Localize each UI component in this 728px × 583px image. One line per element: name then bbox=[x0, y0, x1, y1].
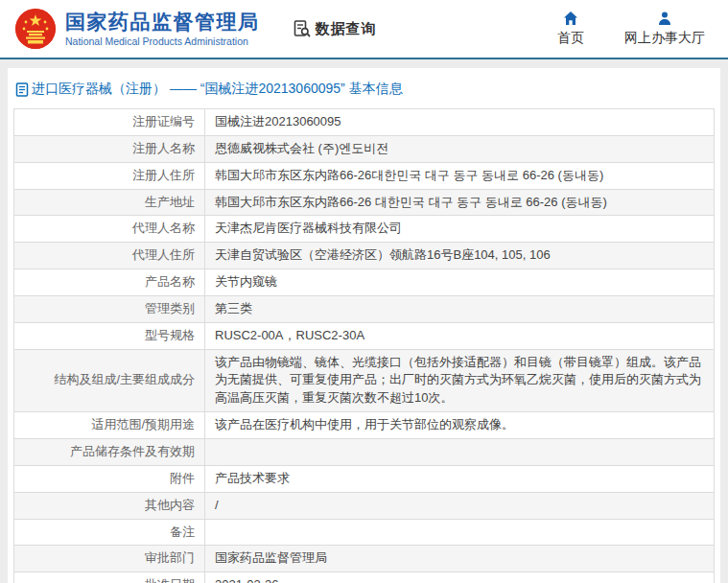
row-value: 该产品由物镜端、镜体、光缆接口（包括外接适配器）和目镜（带目镜罩）组成。该产品为… bbox=[205, 349, 715, 412]
content-panel: 进口医疗器械（注册） —— “国械注进20213060095” 基本信息 注册证… bbox=[8, 68, 720, 583]
registration-info-table: 注册证编号国械注进20213060095注册人名称恩德威视株式会社 (주)엔도비… bbox=[13, 108, 715, 583]
row-label: 管理类别 bbox=[14, 295, 205, 322]
site-title: 国家药品监督管理局 bbox=[65, 11, 260, 34]
row-value bbox=[205, 438, 715, 465]
home-icon bbox=[563, 11, 578, 26]
data-query-label: 数据查询 bbox=[316, 20, 377, 38]
table-row: 代理人住所天津自贸试验区（空港经济区）领航路16号B座104, 105, 106 bbox=[14, 243, 715, 269]
page-title: 进口医疗器械（注册） —— “国械注进20213060095” 基本信息 bbox=[32, 81, 403, 98]
nav-item-label: 首页 bbox=[557, 30, 584, 47]
row-value bbox=[205, 519, 715, 546]
table-row: 结构及组成/主要组成成分该产品由物镜端、镜体、光缆接口（包括外接适配器）和目镜（… bbox=[14, 349, 715, 412]
row-value: 韩国大邱市东区东内路66-26대한민국 대구 동구 동내로 66-26 (동내동… bbox=[205, 162, 715, 189]
table-row: 注册人名称恩德威视株式会社 (주)엔도비전 bbox=[14, 135, 715, 162]
table-row: 代理人名称天津杰尼肯医疗器械科技有限公司 bbox=[14, 216, 715, 243]
row-value: 天津杰尼肯医疗器械科技有限公司 bbox=[205, 216, 715, 243]
row-value: 韩国大邱市东区东内路66-26 대한민국 대구 동구 동내로 66-26 (동내… bbox=[205, 189, 715, 216]
row-label: 代理人名称 bbox=[14, 216, 205, 243]
row-value: 产品技术要求 bbox=[205, 465, 715, 492]
row-label: 代理人住所 bbox=[14, 243, 205, 269]
table-row: 审批部门国家药品监督管理局 bbox=[14, 546, 715, 572]
brand-text: 国家药品监督管理局 National Medical Products Admi… bbox=[65, 11, 260, 47]
table-row: 附件产品技术要求 bbox=[14, 465, 715, 492]
row-value: 该产品在医疗机构中使用，用于关节部位的观察成像。 bbox=[205, 412, 715, 439]
nav-item-label: 网上办事大厅 bbox=[624, 30, 705, 47]
row-label: 批准日期 bbox=[14, 572, 205, 583]
document-search-icon bbox=[293, 19, 312, 38]
breadcrumb: 进口医疗器械（注册） —— “国械注进20213060095” 基本信息 bbox=[13, 68, 715, 108]
row-value: 天津自贸试验区（空港经济区）领航路16号B座104, 105, 106 bbox=[205, 243, 715, 269]
row-label: 适用范围/预期用途 bbox=[14, 412, 205, 439]
row-value: / bbox=[205, 492, 715, 519]
row-label: 备注 bbox=[14, 519, 205, 546]
nav-item-home[interactable]: 首页 bbox=[557, 11, 584, 47]
row-label: 注册人名称 bbox=[14, 135, 205, 162]
site-title-en: National Medical Products Administration bbox=[65, 35, 260, 47]
row-value: 国械注进20213060095 bbox=[205, 109, 715, 136]
table-row: 产品储存条件及有效期 bbox=[14, 438, 715, 465]
table-row: 备注 bbox=[14, 519, 715, 546]
table-row: 其他内容/ bbox=[14, 492, 715, 519]
table-row: 型号规格RUSC2-00A，RUSC2-30A bbox=[14, 322, 715, 349]
nav-item-service-hall[interactable]: 网上办事大厅 bbox=[624, 11, 705, 47]
row-label: 产品名称 bbox=[14, 269, 205, 296]
row-label: 附件 bbox=[14, 465, 205, 492]
table-row: 管理类别第三类 bbox=[14, 295, 715, 322]
table-row: 产品名称关节内窥镜 bbox=[14, 269, 715, 296]
document-icon bbox=[15, 82, 29, 97]
table-row: 注册人住所韩国大邱市东区东内路66-26대한민국 대구 동구 동내로 66-26… bbox=[14, 162, 715, 189]
row-label: 注册人住所 bbox=[14, 162, 205, 189]
row-value: 恩德威视株式会社 (주)엔도비전 bbox=[205, 135, 715, 162]
row-value: 第三类 bbox=[205, 295, 715, 322]
header-nav: 首页 网上办事大厅 bbox=[557, 11, 705, 47]
table-row: 适用范围/预期用途该产品在医疗机构中使用，用于关节部位的观察成像。 bbox=[14, 412, 715, 439]
row-label: 注册证编号 bbox=[14, 109, 205, 136]
row-value: 2021-03-26 bbox=[205, 572, 715, 583]
info-table-body: 注册证编号国械注进20213060095注册人名称恩德威视株式会社 (주)엔도비… bbox=[14, 109, 715, 583]
row-label: 生产地址 bbox=[14, 189, 205, 216]
national-emblem-icon bbox=[15, 9, 56, 49]
row-value: 国家药品监督管理局 bbox=[205, 546, 715, 572]
row-label: 产品储存条件及有效期 bbox=[14, 438, 205, 465]
table-row: 生产地址韩国大邱市东区东内路66-26 대한민국 대구 동구 동내로 66-26… bbox=[14, 189, 715, 216]
user-icon bbox=[657, 11, 672, 26]
table-row: 批准日期2021-03-26 bbox=[14, 572, 715, 583]
row-label: 其他内容 bbox=[14, 492, 205, 519]
row-value: RUSC2-00A，RUSC2-30A bbox=[205, 322, 715, 349]
table-row: 注册证编号国械注进20213060095 bbox=[14, 109, 715, 136]
row-label: 结构及组成/主要组成成分 bbox=[14, 349, 205, 412]
row-label: 型号规格 bbox=[14, 322, 205, 349]
data-query-menu[interactable]: 数据查询 bbox=[293, 19, 377, 38]
brand[interactable]: 国家药品监督管理局 National Medical Products Admi… bbox=[15, 9, 260, 49]
row-label: 审批部门 bbox=[14, 546, 205, 572]
row-value: 关节内窥镜 bbox=[205, 269, 715, 296]
site-header: 国家药品监督管理局 National Medical Products Admi… bbox=[0, 0, 728, 59]
